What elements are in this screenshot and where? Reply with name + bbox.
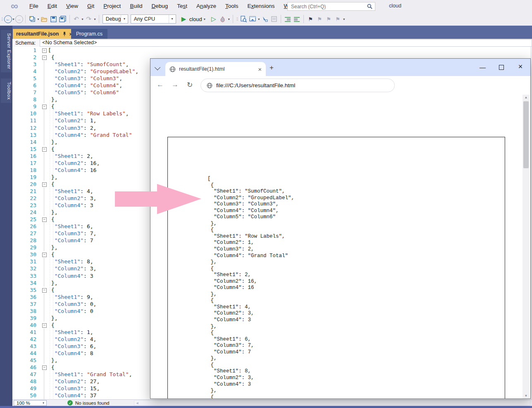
save-icon[interactable] bbox=[50, 14, 58, 24]
code-text: { bbox=[48, 364, 55, 371]
editor-zoom-combo[interactable]: 100 % ▾ bbox=[14, 400, 47, 406]
fold-collapse-box[interactable]: − bbox=[41, 103, 48, 110]
tab-program-cs[interactable]: Program.cs bbox=[71, 29, 107, 39]
collapse-icon[interactable]: − bbox=[42, 105, 47, 109]
menu-file[interactable]: File bbox=[25, 0, 43, 12]
menu-build[interactable]: Build bbox=[125, 0, 147, 12]
address-bar[interactable]: file:///C:/Users/resultantFile.html bbox=[200, 79, 395, 92]
fold-collapse-box[interactable]: − bbox=[41, 181, 48, 188]
navigate-backward-icon[interactable]: ← bbox=[4, 15, 12, 23]
properties-icon bbox=[270, 14, 278, 24]
fold-collapse-box[interactable]: − bbox=[41, 216, 48, 223]
fold-scope-line bbox=[41, 237, 48, 244]
combo-caret-icon[interactable]: ▾ bbox=[169, 15, 176, 23]
navigate-backward-caret-icon[interactable]: ▾ bbox=[13, 17, 14, 21]
platform-combo[interactable]: Any CPU ▾ bbox=[131, 14, 176, 24]
scroll-down-icon[interactable]: ▼ bbox=[522, 394, 530, 398]
close-tab-icon[interactable]: × bbox=[258, 66, 262, 73]
start-debugging-icon[interactable]: ▶ bbox=[180, 14, 188, 24]
code-text: "Column4": 3 bbox=[48, 272, 93, 279]
sidebar-item-toolbox[interactable]: Toolbox bbox=[1, 79, 12, 103]
new-tab-button[interactable]: + bbox=[270, 64, 274, 72]
fold-collapse-box[interactable]: − bbox=[41, 364, 48, 371]
find-in-files-icon[interactable] bbox=[239, 14, 248, 24]
fold-collapse-box[interactable]: − bbox=[41, 146, 48, 153]
scroll-up-icon[interactable]: ▲ bbox=[522, 95, 530, 99]
menu-tools[interactable]: Tools bbox=[221, 0, 243, 12]
collapse-icon[interactable]: − bbox=[42, 288, 47, 293]
collapse-icon[interactable]: − bbox=[42, 48, 47, 53]
code-text: { bbox=[48, 103, 55, 110]
toolbar-drag-handle[interactable]: ⁞⁞ bbox=[1, 17, 3, 21]
url-text[interactable]: file:///C:/Users/resultantFile.html bbox=[216, 82, 295, 88]
collapse-icon[interactable]: − bbox=[42, 323, 47, 328]
collapse-icon[interactable]: − bbox=[42, 253, 47, 257]
collapse-icon[interactable]: − bbox=[42, 365, 47, 370]
code-text: "Column4": "Column4", bbox=[48, 82, 122, 89]
combo-caret-icon[interactable]: ▾ bbox=[121, 15, 127, 23]
fold-collapse-box[interactable]: − bbox=[41, 47, 48, 54]
new-project-icon[interactable] bbox=[28, 14, 36, 24]
line-number: 37 bbox=[12, 301, 41, 308]
line-number: 26 bbox=[12, 223, 41, 230]
schema-combo[interactable]: <No Schema Selected> bbox=[40, 39, 532, 47]
document-health-check-icon[interactable]: ✓ bbox=[67, 400, 73, 406]
collapse-icon[interactable]: − bbox=[42, 217, 47, 222]
collapse-icon[interactable]: − bbox=[42, 55, 47, 60]
scroll-left-icon[interactable]: ◄ bbox=[135, 401, 139, 405]
health-status-text: No issues found bbox=[75, 401, 109, 406]
fold-collapse-box[interactable]: − bbox=[41, 54, 48, 61]
minimize-window-icon[interactable]: — bbox=[480, 64, 485, 71]
save-all-icon[interactable] bbox=[59, 14, 67, 24]
browser-vertical-scrollbar[interactable]: ▲ ▼ bbox=[522, 95, 530, 398]
browser-tab[interactable]: resultantFile(1).html × bbox=[165, 62, 266, 76]
menu-debug[interactable]: Debug bbox=[147, 0, 172, 12]
menu-view[interactable]: View bbox=[62, 0, 83, 12]
browser-forward-icon[interactable]: → bbox=[172, 81, 179, 89]
menu-analyze[interactable]: Analyze bbox=[192, 0, 221, 12]
solution-explorer-icon[interactable] bbox=[248, 14, 257, 24]
open-file-icon[interactable] bbox=[41, 14, 49, 24]
sidebar-item-server-explorer[interactable]: Server Explorer bbox=[1, 30, 12, 72]
vs-status-bar bbox=[0, 406, 532, 408]
pin-icon[interactable] bbox=[62, 31, 67, 36]
menu-project[interactable]: Project bbox=[99, 0, 125, 12]
account-name[interactable]: cloud bbox=[389, 3, 401, 9]
fold-collapse-box[interactable]: − bbox=[41, 286, 48, 293]
fold-collapse-box[interactable]: − bbox=[41, 251, 48, 258]
browser-back-icon[interactable]: ← bbox=[157, 81, 164, 89]
arrow-shape bbox=[115, 184, 201, 214]
combo-caret-icon[interactable]: ▾ bbox=[41, 401, 46, 405]
new-project-caret-icon[interactable]: ▾ bbox=[38, 17, 39, 21]
menu-extensions[interactable]: Extensions bbox=[243, 0, 279, 12]
fold-collapse-box[interactable]: − bbox=[41, 322, 48, 329]
scrollbar-thumb[interactable] bbox=[523, 101, 529, 168]
browser-reload-icon[interactable]: ↻ bbox=[187, 81, 193, 89]
line-number: 19 bbox=[12, 174, 41, 181]
pointer-select-icon[interactable] bbox=[261, 14, 269, 24]
close-window-icon[interactable]: × bbox=[518, 62, 523, 71]
menu-edit[interactable]: Edit bbox=[43, 0, 62, 12]
collapse-icon[interactable]: − bbox=[42, 182, 47, 187]
tab-search-chevron-icon[interactable] bbox=[155, 64, 160, 70]
menu-test[interactable]: Test bbox=[172, 0, 192, 12]
run-profile-caret-icon[interactable]: ▾ bbox=[204, 17, 205, 21]
start-without-debugging-icon[interactable]: ▷ bbox=[210, 14, 218, 24]
toolbar-drag-handle[interactable]: ⁞⁞ bbox=[236, 17, 238, 21]
line-number: 13 bbox=[12, 131, 41, 138]
line-number: 42 bbox=[12, 336, 41, 343]
indent-decrease-icon[interactable] bbox=[284, 14, 292, 24]
solution-explorer-caret-icon[interactable]: ▾ bbox=[258, 17, 260, 21]
debug-target-combo[interactable]: Debug ▾ bbox=[103, 14, 128, 24]
toggle-bookmark-icon[interactable]: ⚑ bbox=[306, 14, 315, 24]
collapse-icon[interactable]: − bbox=[42, 147, 47, 152]
indent-increase-icon[interactable] bbox=[293, 14, 301, 24]
tab-resultantfile-json[interactable]: resultantFile.json × bbox=[13, 29, 76, 39]
maximize-window-icon[interactable] bbox=[499, 65, 504, 70]
indent-guide bbox=[50, 100, 50, 399]
editor-horizontal-scrollbar[interactable]: ◄ bbox=[134, 400, 530, 406]
quick-search-box[interactable] bbox=[287, 2, 375, 11]
search-input[interactable] bbox=[290, 3, 367, 10]
run-profile-label[interactable]: cloud bbox=[189, 16, 202, 22]
menu-git[interactable]: Git bbox=[83, 0, 99, 12]
